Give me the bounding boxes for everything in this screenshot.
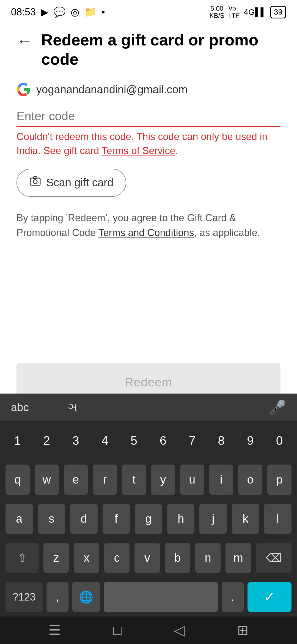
terms-of-service-link[interactable]: Terms of Service: [102, 145, 175, 156]
key-4[interactable]: 4: [93, 425, 117, 456]
keyboard-row-bottom: ?123 , 🌐 . ✓: [0, 577, 297, 616]
microphone-icon[interactable]: 🎤: [269, 399, 286, 415]
nav-bar: ☰ □ ◁ ⊞: [0, 616, 297, 644]
key-d[interactable]: d: [70, 504, 98, 534]
key-q[interactable]: q: [6, 465, 30, 495]
enter-key[interactable]: ✓: [248, 582, 292, 612]
nav-menu-icon[interactable]: ☰: [48, 622, 61, 638]
key-r[interactable]: r: [93, 465, 117, 495]
volte-indicator: VoLTE: [228, 4, 240, 20]
keyboard-row-asdf: a s d f g h j k l: [0, 499, 297, 538]
key-3[interactable]: 3: [64, 425, 88, 456]
key-6[interactable]: 6: [151, 425, 175, 456]
key-8[interactable]: 8: [209, 425, 233, 456]
page-title: Redeem a gift card or promo code: [41, 30, 280, 69]
key-l[interactable]: l: [264, 504, 292, 534]
back-button[interactable]: ←: [16, 31, 33, 50]
key-i[interactable]: i: [209, 465, 233, 495]
key-y[interactable]: y: [151, 465, 175, 495]
message-icon: 💬: [53, 6, 66, 18]
nav-back-icon[interactable]: ◁: [174, 622, 185, 638]
key-n[interactable]: n: [195, 543, 221, 573]
key-p[interactable]: p: [267, 465, 292, 495]
svg-rect-0: [30, 178, 40, 185]
key-o[interactable]: o: [238, 465, 262, 495]
header-row: ← Redeem a gift card or promo code: [16, 30, 280, 69]
signal-icon: 4G▌▌: [244, 7, 266, 17]
key-h[interactable]: h: [167, 504, 195, 534]
folder-icon: 📁: [84, 6, 97, 18]
network-speed: 5.00 KB/S: [209, 5, 224, 20]
svg-point-1: [33, 180, 37, 184]
terms-text: By tapping 'Redeem', you agree to the Gi…: [16, 211, 280, 240]
status-bar: 08:53 ▶ 💬 ◎ 📁 • 5.00 KB/S VoLTE 4G▌▌ 39: [0, 0, 297, 22]
error-message: Couldn't redeem this code. This code can…: [16, 130, 280, 158]
shift-key[interactable]: ⇧: [6, 543, 38, 573]
youtube-icon: ▶: [41, 6, 48, 18]
keyboard-top-bar: abc ઞ 🎤: [0, 394, 297, 421]
nav-home-icon[interactable]: □: [113, 622, 122, 638]
camera-icon: ◎: [71, 6, 79, 18]
nav-grid-icon[interactable]: ⊞: [237, 622, 249, 638]
camera-scan-icon: [29, 175, 41, 190]
keyboard-row-zxcv: ⇧ z x c v b n m ⌫: [0, 538, 297, 577]
keyboard-lang-hi[interactable]: ઞ: [67, 400, 78, 414]
terms-and-conditions-link[interactable]: Terms and Conditions: [98, 227, 194, 238]
keyboard: abc ઞ 🎤 1 2 3 4 5 6 7 8 9 0 q w e r t y …: [0, 394, 297, 616]
key-f[interactable]: f: [103, 504, 130, 534]
key-t[interactable]: t: [122, 465, 146, 495]
scan-gift-card-button[interactable]: Scan gift card: [16, 169, 126, 197]
dot-icon: •: [101, 6, 105, 18]
account-email: yoganandanandini@gmail.com: [36, 83, 188, 96]
time: 08:53: [11, 6, 36, 18]
key-j[interactable]: j: [199, 504, 227, 534]
key-m[interactable]: m: [226, 543, 251, 573]
delete-key[interactable]: ⌫: [256, 543, 292, 573]
key-a[interactable]: a: [6, 504, 33, 534]
scan-button-label: Scan gift card: [46, 176, 114, 189]
globe-icon[interactable]: 🌐: [72, 582, 100, 612]
key-2[interactable]: 2: [35, 425, 59, 456]
google-logo: [16, 82, 31, 97]
status-bar-left: 08:53 ▶ 💬 ◎ 📁 •: [11, 6, 105, 18]
symbol-key[interactable]: ?123: [6, 582, 43, 612]
key-g[interactable]: g: [135, 504, 162, 534]
period-key[interactable]: .: [222, 582, 244, 612]
key-k[interactable]: k: [232, 504, 259, 534]
keyboard-row-qwerty: q w e r t y u i o p: [0, 460, 297, 499]
key-0[interactable]: 0: [267, 425, 292, 456]
key-7[interactable]: 7: [180, 425, 204, 456]
key-z[interactable]: z: [43, 543, 69, 573]
code-input-container: [16, 107, 280, 127]
keyboard-row-numbers: 1 2 3 4 5 6 7 8 9 0: [0, 421, 297, 460]
key-9[interactable]: 9: [238, 425, 262, 456]
battery-indicator: 39: [270, 6, 286, 18]
main-content: ← Redeem a gift card or promo code yogan…: [0, 22, 297, 240]
key-x[interactable]: x: [74, 543, 99, 573]
status-bar-right: 5.00 KB/S VoLTE 4G▌▌ 39: [209, 4, 286, 20]
key-e[interactable]: e: [64, 465, 88, 495]
key-v[interactable]: v: [134, 543, 160, 573]
key-w[interactable]: w: [35, 465, 59, 495]
space-key[interactable]: [104, 582, 218, 612]
account-row: yoganandanandini@gmail.com: [16, 82, 280, 97]
key-u[interactable]: u: [180, 465, 204, 495]
key-s[interactable]: s: [38, 504, 65, 534]
key-1[interactable]: 1: [6, 425, 30, 456]
key-c[interactable]: c: [104, 543, 130, 573]
keyboard-lang-abc[interactable]: abc: [11, 401, 29, 414]
comma-key[interactable]: ,: [46, 582, 68, 612]
code-input[interactable]: [16, 107, 280, 126]
key-5[interactable]: 5: [122, 425, 146, 456]
key-b[interactable]: b: [165, 543, 190, 573]
